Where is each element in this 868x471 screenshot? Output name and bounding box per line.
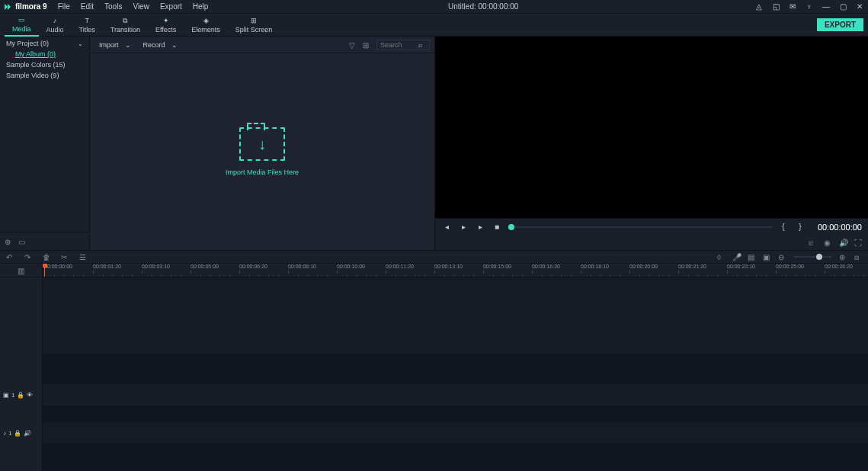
ruler-ticks[interactable]: 00:00:00:0000:00:01:2000:00:03:1000:00:0…: [43, 264, 868, 277]
lock-icon[interactable]: 🔒: [14, 430, 21, 437]
volume-icon[interactable]: 🔊: [839, 239, 847, 246]
ruler-tick: 00:00:03:10: [142, 264, 170, 269]
user-icon[interactable]: ◬: [754, 2, 764, 12]
message-icon[interactable]: ◱: [770, 2, 781, 12]
zoom-out-button[interactable]: ⊖: [778, 253, 786, 261]
timeline-tracks: ▣ 1 🔒 👁 ♪ 1 🔒 🔊: [0, 277, 868, 471]
tab-splitscreen[interactable]: ⊞ Split Screen: [228, 14, 280, 37]
filter-icon[interactable]: ▽: [349, 41, 357, 49]
track-header: [0, 405, 43, 422]
audio-track-1: ♪ 1 🔒 🔊: [0, 422, 868, 444]
mark-out-button[interactable]: }: [795, 222, 806, 232]
video-track-spacer: [0, 277, 868, 354]
text-icon: T: [82, 16, 91, 25]
search-input[interactable]: [380, 41, 418, 49]
lock-icon[interactable]: 🔒: [17, 392, 24, 399]
search-box[interactable]: ⌕: [376, 40, 430, 50]
mute-icon[interactable]: 🔊: [24, 430, 31, 437]
stop-button[interactable]: ■: [492, 222, 502, 232]
track-area[interactable]: [43, 384, 868, 405]
record-dropdown[interactable]: Record ⌄: [139, 40, 182, 50]
mail-icon[interactable]: ✉: [787, 2, 798, 12]
media-drop-zone[interactable]: ↓ Import Media Files Here: [90, 53, 434, 250]
sidebar-item-video[interactable]: Sample Video (9): [0, 70, 89, 81]
snapshot-icon[interactable]: ◉: [824, 239, 831, 246]
zoom-fit-button[interactable]: ⧈: [854, 253, 862, 261]
mixer-icon[interactable]: ▤: [748, 253, 755, 261]
preview-time: 00:00:00:00: [818, 223, 862, 232]
cut-button[interactable]: ✂: [61, 253, 69, 261]
zoom-in-button[interactable]: ⊕: [839, 253, 847, 261]
timeline-ruler: ▥ 00:00:00:0000:00:01:2000:00:03:1000:00…: [0, 264, 868, 277]
close-button[interactable]: ✕: [854, 2, 865, 12]
track-number: 1: [8, 430, 11, 437]
import-dropdown[interactable]: Import ⌄: [94, 40, 136, 50]
tab-media[interactable]: ▭ Media: [5, 14, 39, 37]
folder-open-icon[interactable]: ▭: [18, 238, 26, 245]
audio-track-header[interactable]: ♪ 1 🔒 🔊: [0, 422, 43, 444]
preview-video[interactable]: [435, 37, 868, 218]
undo-button[interactable]: ↶: [6, 253, 14, 261]
add-folder-icon[interactable]: ⊕: [5, 238, 12, 245]
app-logo: filmora 9: [3, 2, 47, 11]
ruler-tick: 00:00:01:20: [93, 264, 121, 269]
ruler-tick: 00:00:13:10: [434, 264, 463, 269]
tab-label: Media: [12, 25, 31, 33]
eye-icon[interactable]: 👁: [27, 392, 33, 399]
adjust-button[interactable]: ☰: [79, 253, 87, 261]
titlebar: filmora 9 File Edit Tools View Export He…: [0, 0, 868, 14]
ruler-tick: 00:00:16:20: [532, 264, 560, 269]
ruler-tick: 00:00:06:20: [239, 264, 267, 269]
track-area[interactable]: [43, 444, 868, 471]
sidebar-item-colors[interactable]: Sample Colors (15): [0, 59, 89, 70]
menu-file[interactable]: File: [53, 1, 75, 12]
prev-frame-button[interactable]: ◂: [441, 222, 452, 232]
export-button[interactable]: EXPORT: [817, 18, 863, 31]
tab-audio[interactable]: ♪ Audio: [39, 14, 72, 37]
track-area[interactable]: [43, 277, 868, 354]
sidebar-item-project[interactable]: My Project (0) ⌄: [0, 38, 89, 49]
maximize-button[interactable]: ▢: [838, 2, 848, 12]
tab-elements[interactable]: ◈ Elements: [184, 14, 228, 37]
mark-in-button[interactable]: {: [778, 222, 789, 232]
track-area[interactable]: [43, 354, 868, 384]
tab-titles[interactable]: T Titles: [72, 14, 103, 37]
render-icon[interactable]: ▣: [763, 253, 770, 261]
manage-tracks-icon[interactable]: ▥: [18, 267, 25, 274]
help-icon[interactable]: ♀: [804, 2, 815, 12]
import-text: Import Media Files Here: [226, 168, 299, 176]
zoom-slider[interactable]: [793, 256, 831, 258]
timeline-toolbar: ↶ ↷ 🗑 ✂ ☰ ◊ 🎤 ▤ ▣ ⊖ ⊕ ⧈: [0, 250, 868, 264]
redo-button[interactable]: ↷: [24, 253, 32, 261]
preview-scrubber[interactable]: [508, 226, 772, 228]
menu-help[interactable]: Help: [188, 1, 213, 12]
menu-export[interactable]: Export: [155, 1, 187, 12]
search-icon: ⌕: [418, 41, 422, 49]
zoom-handle[interactable]: [816, 254, 822, 260]
delete-button[interactable]: 🗑: [43, 253, 50, 261]
tab-effects[interactable]: ✦ Effects: [148, 14, 184, 37]
display-icon[interactable]: ⎚: [809, 239, 816, 246]
tree-label: Sample Video (9): [6, 72, 59, 79]
tab-label: Transition: [111, 26, 140, 34]
fullscreen-icon[interactable]: ⛶: [854, 239, 862, 246]
tab-transition[interactable]: ⧉ Transition: [103, 14, 148, 37]
ruler-tick: 00:00:15:00: [483, 264, 511, 269]
minimize-button[interactable]: —: [821, 2, 831, 12]
ruler-corner: ▥: [0, 264, 43, 277]
grid-icon[interactable]: ⊞: [363, 41, 370, 49]
menu-tools[interactable]: Tools: [100, 1, 127, 12]
play-button[interactable]: ▸: [458, 222, 469, 232]
track-area[interactable]: [43, 405, 868, 422]
sidebar-item-album[interactable]: My Album (0): [0, 49, 89, 59]
scrubber-handle[interactable]: [508, 224, 514, 230]
playhead[interactable]: [44, 264, 45, 277]
marker-icon[interactable]: ◊: [717, 253, 725, 261]
next-frame-button[interactable]: ▸: [475, 222, 485, 232]
elements-icon: ◈: [201, 16, 210, 25]
menu-view[interactable]: View: [128, 1, 154, 12]
track-area[interactable]: [43, 422, 868, 444]
video-track-header[interactable]: ▣ 1 🔒 👁: [0, 384, 43, 405]
mic-icon[interactable]: 🎤: [732, 253, 740, 261]
menu-edit[interactable]: Edit: [76, 1, 98, 12]
